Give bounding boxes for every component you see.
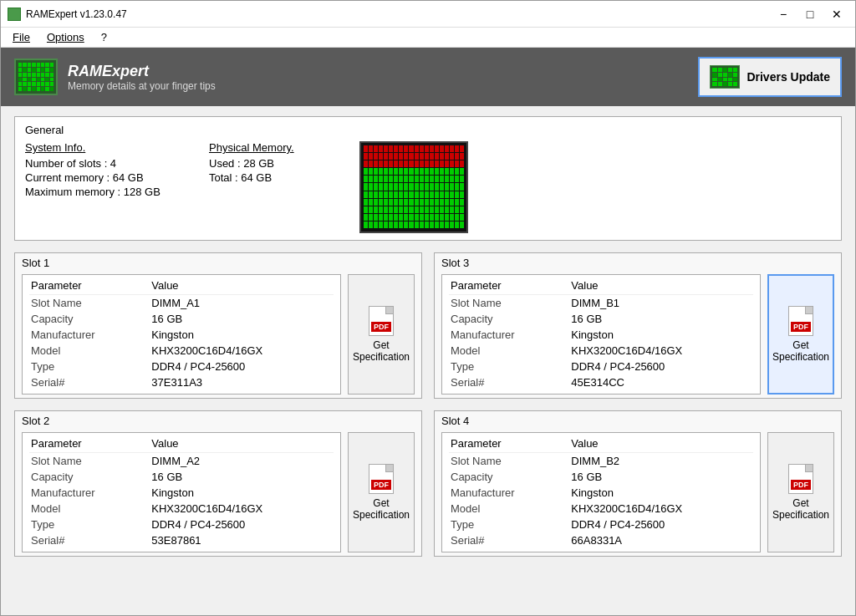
drivers-update-button[interactable]: Drivers Update [698, 57, 842, 97]
header-text: RAMExpert Memory details at your finger … [68, 63, 216, 92]
slot-table: Parameter Value Slot Name DIMM_A2 Capaci… [22, 432, 341, 552]
param-label: Slot Name [449, 295, 569, 312]
value-col-header: Value [150, 278, 334, 295]
param-label: Manufacturer [29, 327, 150, 343]
sys-info: System Info. Number of slots : 4 Current… [25, 141, 192, 233]
pdf-badge: PDF [371, 322, 391, 332]
slot-section-4: Slot 4 Parameter Value Slot Name DIMM_B2… [434, 410, 842, 557]
param-value: 16 GB [150, 469, 334, 485]
param-col-header: Parameter [29, 436, 150, 453]
param-label: Slot Name [449, 453, 569, 470]
param-label: Capacity [29, 311, 150, 327]
get-specification-button[interactable]: PDF GetSpecification [767, 432, 834, 552]
logo-icon [14, 59, 58, 95]
maximize-button[interactable]: □ [798, 5, 822, 23]
pdf-icon: PDF [788, 464, 813, 494]
main-window: RAMExpert v1.23.0.47 − □ ✕ File Options … [0, 0, 856, 616]
param-label: Manufacturer [449, 485, 569, 501]
param-value: 16 GB [569, 311, 753, 327]
param-value: 45E314CC [569, 374, 753, 390]
current-memory: Current memory : 64 GB [25, 171, 192, 184]
get-spec-label: GetSpecification [353, 497, 410, 521]
window-title: RAMExpert v1.23.0.47 [26, 8, 127, 20]
header-logo-area: RAMExpert Memory details at your finger … [14, 59, 216, 95]
physical-mem-title: Physical Memory. [209, 141, 343, 154]
slot-section-2: Slot 3 Parameter Value Slot Name DIMM_B1… [434, 252, 842, 399]
param-col-header: Parameter [449, 278, 569, 295]
param-value: DDR4 / PC4-25600 [569, 359, 753, 374]
pdf-icon: PDF [788, 306, 813, 336]
param-label: Serial# [449, 374, 569, 390]
used-label: Used : 28 GB [209, 157, 343, 170]
get-specification-button[interactable]: PDF GetSpecification [348, 432, 415, 552]
drivers-update-icon [710, 65, 740, 89]
window-controls: − □ ✕ [772, 5, 848, 23]
param-label: Manufacturer [449, 327, 569, 343]
param-label: Capacity [29, 469, 150, 485]
param-value: DIMM_A2 [150, 453, 334, 470]
param-value: 16 GB [569, 469, 753, 485]
param-value: Kingston [569, 327, 753, 343]
title-bar-left: RAMExpert v1.23.0.47 [8, 8, 127, 21]
param-value: DDR4 / PC4-25600 [150, 359, 334, 374]
main-content: General System Info. Number of slots : 4… [1, 106, 855, 615]
param-label: Capacity [449, 469, 569, 485]
param-label: Type [449, 517, 569, 532]
menu-file[interactable]: File [6, 29, 37, 45]
menu-options[interactable]: Options [40, 29, 91, 45]
app-icon [8, 8, 21, 21]
drivers-update-label: Drivers Update [746, 70, 830, 84]
param-value: KHX3200C16D4/16GX [150, 343, 334, 359]
param-value: DIMM_B2 [569, 453, 753, 470]
header-bar: RAMExpert Memory details at your finger … [1, 48, 855, 106]
param-value: Kingston [569, 485, 753, 501]
value-col-header: Value [150, 436, 334, 453]
param-value: DIMM_A1 [150, 295, 334, 312]
get-specification-button[interactable]: PDF GetSpecification [767, 274, 834, 395]
minimize-button[interactable]: − [772, 5, 795, 23]
slot-section-1: Slot 1 Parameter Value Slot Name DIMM_A1… [14, 252, 422, 399]
param-value: 16 GB [150, 311, 334, 327]
slot-title: Slot 3 [441, 257, 834, 269]
slot-inner: Parameter Value Slot Name DIMM_B1 Capaci… [441, 274, 834, 395]
pdf-doc: PDF [788, 306, 813, 336]
param-label: Type [449, 359, 569, 374]
param-label: Model [29, 501, 150, 517]
pdf-badge: PDF [371, 480, 391, 490]
slot-title: Slot 4 [441, 415, 834, 427]
param-value: DDR4 / PC4-25600 [150, 517, 334, 532]
param-label: Serial# [29, 532, 150, 548]
menu-bar: File Options ? [1, 28, 855, 48]
param-label: Type [29, 517, 150, 532]
param-label: Serial# [29, 374, 150, 390]
slot-table: Parameter Value Slot Name DIMM_A1 Capaci… [22, 274, 341, 395]
slots-grid: Slot 1 Parameter Value Slot Name DIMM_A1… [14, 252, 842, 557]
param-value: Kingston [150, 327, 334, 343]
param-label: Slot Name [29, 295, 150, 312]
pdf-doc: PDF [369, 464, 394, 494]
pdf-icon: PDF [369, 306, 394, 336]
slot-table: Parameter Value Slot Name DIMM_B2 Capaci… [441, 432, 761, 552]
get-spec-label: GetSpecification [772, 339, 829, 363]
param-label: Model [449, 343, 569, 359]
memory-visualization [359, 141, 468, 233]
param-col-header: Parameter [449, 436, 569, 453]
value-col-header: Value [569, 278, 753, 295]
physical-mem: Physical Memory. Used : 28 GB Total : 64… [209, 141, 343, 233]
general-section-label: General [25, 124, 831, 136]
param-value: KHX3200C16D4/16GX [150, 501, 334, 517]
get-specification-button[interactable]: PDF GetSpecification [348, 274, 415, 395]
slots-count: Number of slots : 4 [25, 157, 192, 170]
param-value: 53E87861 [150, 532, 334, 548]
param-value: KHX3200C16D4/16GX [569, 343, 753, 359]
menu-help[interactable]: ? [94, 29, 114, 45]
slot-title: Slot 2 [22, 415, 415, 427]
general-section: General System Info. Number of slots : 4… [14, 116, 842, 241]
pdf-doc: PDF [788, 464, 813, 494]
slot-title: Slot 1 [22, 257, 415, 269]
close-button[interactable]: ✕ [825, 5, 848, 23]
total-label: Total : 64 GB [209, 171, 343, 184]
param-value: 37E311A3 [150, 374, 334, 390]
pdf-icon: PDF [369, 464, 394, 494]
param-label: Capacity [449, 311, 569, 327]
